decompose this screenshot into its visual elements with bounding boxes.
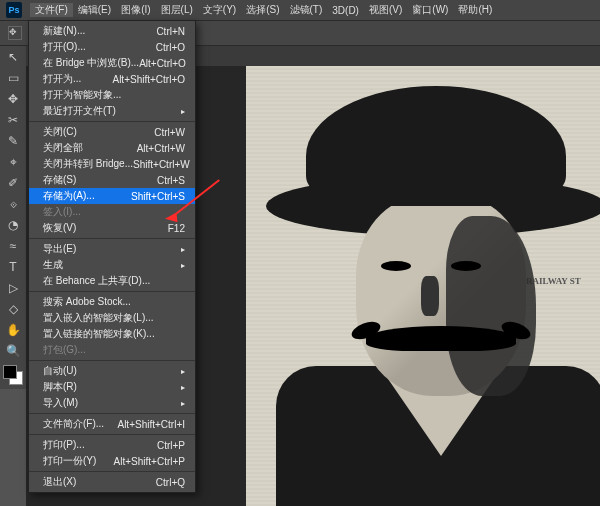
artboard: Newspaper RAILWAY ST aily Newspa CIRCUS (246, 66, 600, 506)
tool-clone[interactable]: ⟐ (1, 194, 25, 214)
menu-item[interactable]: 打开为智能对象... (29, 87, 195, 103)
menu-item-label: 关闭并转到 Bridge... (43, 157, 133, 171)
menu-item[interactable]: 最近打开文件(T) (29, 103, 195, 119)
menu-item-label: 置入链接的智能对象(K)... (43, 327, 155, 341)
menubar: Ps 文件(F) 编辑(E) 图像(I) 图层(L) 文字(Y) 选择(S) 滤… (0, 0, 600, 20)
tool-zoom[interactable]: 🔍 (1, 341, 25, 361)
tool-shape[interactable]: ◇ (1, 299, 25, 319)
menu-window[interactable]: 窗口(W) (407, 3, 453, 17)
menu-item-label: 退出(X) (43, 475, 76, 489)
menu-item-label: 生成 (43, 258, 63, 272)
menu-item[interactable]: 打印一份(Y)Alt+Shift+Ctrl+P (29, 453, 195, 469)
menu-item: 打包(G)... (29, 342, 195, 358)
move-tool-icon: ✥ (8, 26, 22, 40)
menu-item[interactable]: 脚本(R) (29, 379, 195, 395)
menu-item[interactable]: 关闭全部Alt+Ctrl+W (29, 140, 195, 156)
menu-item-shortcut: Ctrl+Q (156, 477, 185, 488)
menu-item-label: 置入嵌入的智能对象(L)... (43, 311, 154, 325)
tool-type[interactable]: T (1, 257, 25, 277)
menu-item[interactable]: 文件简介(F)...Alt+Shift+Ctrl+I (29, 416, 195, 432)
menu-item[interactable]: 退出(X)Ctrl+Q (29, 474, 195, 490)
menu-item-label: 打开(O)... (43, 40, 86, 54)
menu-item-label: 导入(M) (43, 396, 78, 410)
menu-item[interactable]: 存储(S)Ctrl+S (29, 172, 195, 188)
tool-eyedropper[interactable]: ✎ (1, 131, 25, 151)
menu-item[interactable]: 在 Bridge 中浏览(B)...Alt+Ctrl+O (29, 55, 195, 71)
menu-item[interactable]: 自动(U) (29, 363, 195, 379)
menu-item-label: 打开为智能对象... (43, 88, 121, 102)
menu-item-shortcut: Alt+Ctrl+O (139, 58, 186, 69)
menu-item[interactable]: 置入链接的智能对象(K)... (29, 326, 195, 342)
menu-type[interactable]: 文字(Y) (198, 3, 241, 17)
menu-item-shortcut: Alt+Shift+Ctrl+O (112, 74, 185, 85)
menu-item-shortcut: Alt+Shift+Ctrl+P (114, 456, 185, 467)
tool-lasso[interactable]: ✥ (1, 89, 25, 109)
menu-item-shortcut: Ctrl+N (156, 26, 185, 37)
tool-brush[interactable]: ✐ (1, 173, 25, 193)
menu-item-label: 脚本(R) (43, 380, 77, 394)
menu-item-label: 关闭(C) (43, 125, 77, 139)
fg-color-swatch[interactable] (3, 365, 17, 379)
menu-item[interactable]: 生成 (29, 257, 195, 273)
menu-item: 签入(I)... (29, 204, 195, 220)
tool-heal[interactable]: ⌖ (1, 152, 25, 172)
menu-file[interactable]: 文件(F) (30, 3, 73, 17)
menu-item-shortcut: F12 (168, 223, 185, 234)
color-swatches[interactable] (0, 365, 26, 389)
menu-item-label: 文件简介(F)... (43, 417, 104, 431)
menu-item-label: 存储(S) (43, 173, 76, 187)
tool-blur[interactable]: ≈ (1, 236, 25, 256)
menu-item-label: 打开为... (43, 72, 81, 86)
menu-help[interactable]: 帮助(H) (453, 3, 497, 17)
menu-item[interactable]: 置入嵌入的智能对象(L)... (29, 310, 195, 326)
menu-item[interactable]: 在 Behance 上共享(D)... (29, 273, 195, 289)
menu-image[interactable]: 图像(I) (116, 3, 155, 17)
menu-item-label: 签入(I)... (43, 205, 81, 219)
tool-gradient[interactable]: ◔ (1, 215, 25, 235)
menu-item-label: 最近打开文件(T) (43, 104, 116, 118)
menu-3d[interactable]: 3D(D) (327, 5, 364, 16)
menu-item-label: 打印一份(Y) (43, 454, 96, 468)
tool-crop[interactable]: ✂ (1, 110, 25, 130)
menu-item[interactable]: 打印(P)...Ctrl+P (29, 437, 195, 453)
menu-item[interactable]: 打开为...Alt+Shift+Ctrl+O (29, 71, 195, 87)
menu-view[interactable]: 视图(V) (364, 3, 407, 17)
menu-item-label: 在 Bridge 中浏览(B)... (43, 56, 139, 70)
tool-move[interactable]: ↖ (1, 47, 25, 67)
menu-item-label: 导出(E) (43, 242, 76, 256)
menu-filter[interactable]: 滤镜(T) (285, 3, 328, 17)
menu-item-label: 存储为(A)... (43, 189, 95, 203)
menu-item-shortcut: Ctrl+O (156, 42, 185, 53)
toolbox: ↖ ▭ ✥ ✂ ✎ ⌖ ✐ ⟐ ◔ ≈ T ▷ ◇ ✋ 🔍 (0, 46, 26, 389)
menu-item[interactable]: 新建(N)...Ctrl+N (29, 23, 195, 39)
portrait-art (246, 66, 600, 506)
menu-item-shortcut: Shift+Ctrl+W (133, 159, 190, 170)
app-logo: Ps (6, 2, 22, 18)
menu-edit[interactable]: 编辑(E) (73, 3, 116, 17)
menu-item-shortcut: Shift+Ctrl+S (131, 191, 185, 202)
menu-item[interactable]: 关闭(C)Ctrl+W (29, 124, 195, 140)
menu-item[interactable]: 导入(M) (29, 395, 195, 411)
menu-item-label: 关闭全部 (43, 141, 83, 155)
menu-item-label: 自动(U) (43, 364, 77, 378)
menu-item-shortcut: Alt+Ctrl+W (137, 143, 185, 154)
menu-item-shortcut: Ctrl+W (154, 127, 185, 138)
tool-pen[interactable]: ▷ (1, 278, 25, 298)
menu-item-label: 打包(G)... (43, 343, 86, 357)
file-menu-dropdown: 新建(N)...Ctrl+N打开(O)...Ctrl+O在 Bridge 中浏览… (28, 20, 196, 493)
menu-item[interactable]: 搜索 Adobe Stock... (29, 294, 195, 310)
menu-item-label: 新建(N)... (43, 24, 85, 38)
menu-item[interactable]: 关闭并转到 Bridge...Shift+Ctrl+W (29, 156, 195, 172)
menu-select[interactable]: 选择(S) (241, 3, 284, 17)
menu-item-shortcut: Ctrl+P (157, 440, 185, 451)
menu-item[interactable]: 导出(E) (29, 241, 195, 257)
menu-item-label: 在 Behance 上共享(D)... (43, 274, 150, 288)
tool-marquee[interactable]: ▭ (1, 68, 25, 88)
tool-hand[interactable]: ✋ (1, 320, 25, 340)
menu-item-label: 搜索 Adobe Stock... (43, 295, 131, 309)
menu-item-shortcut: Ctrl+S (157, 175, 185, 186)
menu-layer[interactable]: 图层(L) (156, 3, 198, 17)
menu-item[interactable]: 恢复(V)F12 (29, 220, 195, 236)
menu-item[interactable]: 存储为(A)...Shift+Ctrl+S (29, 188, 195, 204)
menu-item[interactable]: 打开(O)...Ctrl+O (29, 39, 195, 55)
